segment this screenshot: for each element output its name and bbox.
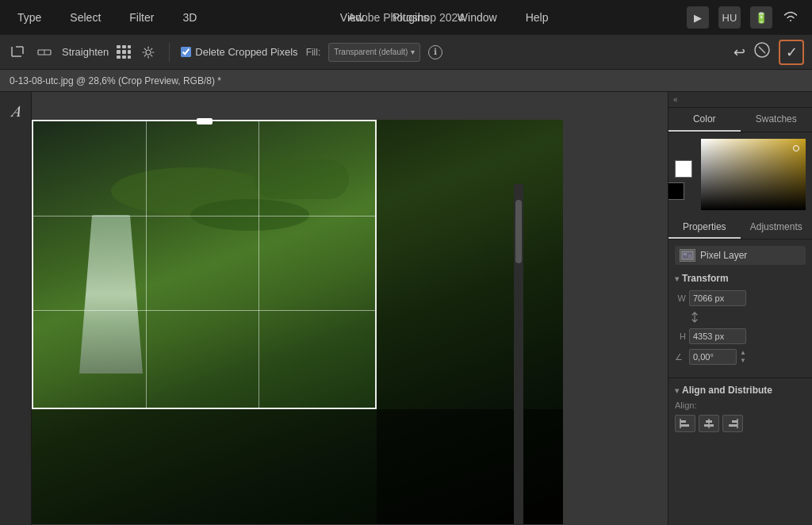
battery-icon: 🔋 — [750, 6, 772, 29]
cancel-crop-button[interactable] — [753, 41, 771, 63]
language-badge: HU — [718, 6, 741, 29]
angle-stepper[interactable]: ▲ ▼ — [740, 349, 746, 365]
fill-dropdown[interactable]: Transparent (default) ▾ — [328, 43, 420, 62]
angle-up-icon[interactable]: ▲ — [740, 349, 746, 357]
left-tool-panel: 𝐴 — [0, 92, 32, 525]
menu-select[interactable]: Select — [65, 8, 105, 27]
grid-line-v2 — [259, 121, 259, 408]
document-title-text: 0-13-08-utc.jpg @ 28,6% (Crop Preview, R… — [10, 75, 221, 86]
fill-label: Fill: — [306, 47, 321, 58]
type-tool[interactable]: 𝐴 — [3, 98, 29, 124]
grid-line-h2 — [33, 310, 375, 311]
height-label: H — [675, 331, 686, 341]
play-button-icon[interactable]: ▶ — [687, 6, 709, 29]
width-label: W — [675, 293, 686, 303]
height-row: H — [675, 328, 806, 344]
properties-section: Properties Adjustments Pixel Layer — [668, 217, 812, 378]
tab-adjustments[interactable]: Adjustments — [741, 217, 813, 239]
crop-tool-icon[interactable] — [8, 43, 27, 62]
svg-line-8 — [759, 47, 765, 53]
svg-rect-20 — [729, 424, 737, 427]
svg-rect-10 — [684, 253, 687, 255]
grid-overlay-icon[interactable] — [117, 45, 131, 59]
svg-rect-17 — [704, 424, 714, 427]
pixel-layer-row: Pixel Layer — [675, 246, 806, 265]
pixel-layer-icon — [680, 249, 695, 262]
align-center-button[interactable] — [699, 415, 719, 432]
transform-section-header[interactable]: ▾ Transform — [675, 273, 806, 284]
align-buttons-row — [675, 415, 806, 432]
svg-rect-13 — [680, 420, 686, 423]
color-gradient-marker — [793, 145, 799, 151]
toolbar-separator-1 — [169, 43, 170, 62]
link-proportions-icon[interactable] — [689, 311, 700, 325]
straighten-icon[interactable] — [35, 43, 54, 62]
angle-down-icon[interactable]: ▼ — [740, 357, 746, 365]
width-row: W — [675, 290, 806, 306]
background-color-swatch[interactable] — [668, 182, 684, 200]
crop-handle-top-center[interactable] — [197, 118, 213, 125]
collapse-arrow-icon: « — [673, 95, 678, 104]
transform-label: Transform — [682, 273, 729, 284]
menu-3d[interactable]: 3D — [178, 8, 201, 27]
align-distribute-section: ▾ Align and Distribute Align: — [668, 378, 812, 439]
align-left-button[interactable] — [675, 415, 695, 432]
type-tool-icon: 𝐴 — [11, 102, 21, 121]
svg-rect-19 — [732, 420, 737, 423]
confirm-crop-button[interactable]: ✓ — [779, 40, 804, 65]
color-swatches-tabs: Color Swatches — [668, 108, 812, 132]
delete-cropped-input[interactable] — [181, 47, 191, 57]
menu-help[interactable]: Help — [521, 8, 553, 27]
options-bar: Straighten Delete Cropped Pixels Fill: T… — [0, 35, 812, 70]
straighten-label[interactable]: Straighten — [62, 46, 109, 58]
info-icon[interactable]: ℹ — [428, 45, 442, 59]
crop-overlay[interactable] — [32, 120, 377, 409]
menu-items-left: Type Select Filter 3D — [13, 8, 201, 27]
fill-value: Transparent (default) — [334, 48, 408, 56]
delete-cropped-label: Delete Cropped Pixels — [195, 46, 297, 58]
fill-dropdown-arrow: ▾ — [411, 48, 415, 56]
undo-button[interactable]: ↩ — [733, 44, 745, 61]
foreground-color-swatch[interactable] — [675, 160, 692, 178]
transform-chevron-icon: ▾ — [675, 274, 679, 283]
properties-tabs: Properties Adjustments — [668, 217, 812, 240]
panel-collapse-toggle[interactable]: « — [668, 92, 812, 108]
svg-rect-14 — [680, 424, 689, 427]
main-area: 𝐴 — [0, 92, 812, 525]
pixel-layer-label: Pixel Layer — [700, 250, 747, 261]
menu-bar: Type Select Filter 3D Adobe Photoshop 20… — [0, 0, 812, 35]
wifi-icon — [782, 10, 799, 25]
tab-swatches[interactable]: Swatches — [741, 108, 813, 132]
svg-rect-11 — [688, 255, 691, 258]
properties-content: Pixel Layer ▾ Transform W — [668, 240, 812, 377]
color-spectrum-gradient[interactable] — [701, 139, 806, 210]
vertical-scrollbar[interactable] — [514, 184, 523, 525]
settings-icon[interactable] — [139, 43, 158, 62]
delete-cropped-checkbox[interactable]: Delete Cropped Pixels — [181, 46, 297, 58]
grid-line-v1 — [146, 121, 147, 408]
color-picker-panel — [668, 132, 812, 217]
document-title-bar: 0-13-08-utc.jpg @ 28,6% (Crop Preview, R… — [0, 70, 812, 92]
right-panel: « Color Swatches Properties Adju — [668, 92, 812, 525]
align-distribute-header[interactable]: ▾ Align and Distribute — [675, 385, 806, 396]
tab-color[interactable]: Color — [668, 108, 741, 132]
fg-bg-swatches — [675, 139, 806, 210]
align-distribute-title: Align and Distribute — [682, 385, 772, 396]
app-title: Adobe Photoshop 2024 — [348, 11, 464, 24]
canvas-area[interactable] — [32, 92, 668, 525]
align-chevron-icon: ▾ — [675, 386, 679, 395]
angle-label-icon: ∠ — [675, 352, 686, 362]
width-input[interactable] — [689, 290, 746, 306]
menu-filter[interactable]: Filter — [124, 8, 159, 27]
svg-point-6 — [146, 50, 151, 55]
tab-properties[interactable]: Properties — [668, 217, 741, 239]
menu-type[interactable]: Type — [13, 8, 46, 27]
angle-row: ∠ ▲ ▼ — [675, 349, 806, 365]
align-label: Align: — [675, 400, 806, 410]
svg-rect-16 — [706, 420, 712, 423]
align-right-button[interactable] — [722, 415, 743, 432]
angle-input[interactable] — [689, 349, 737, 365]
height-input[interactable] — [689, 328, 746, 344]
scrollbar-thumb[interactable] — [515, 200, 522, 263]
grid-line-h1 — [33, 216, 375, 217]
